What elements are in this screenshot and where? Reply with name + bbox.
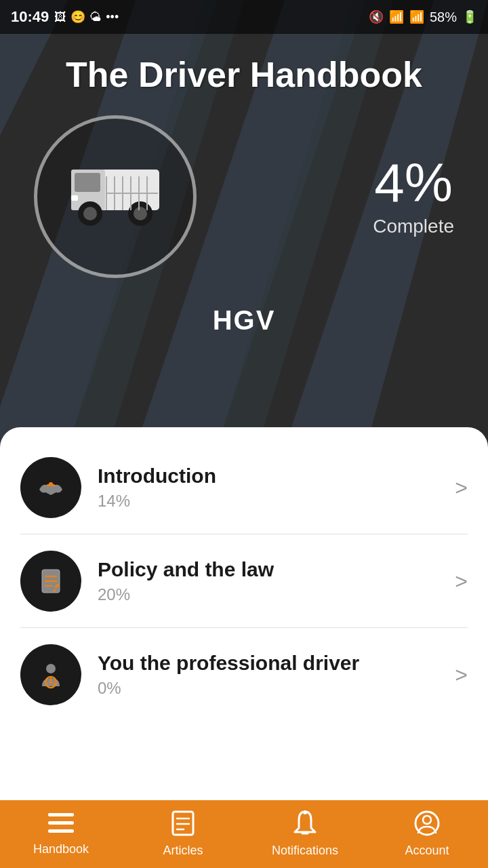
content-list: Introduction 14% > Policy and the law — [0, 427, 488, 800]
status-right: 🔇 📶 📶 58% 🔋 — [369, 9, 477, 25]
mute-icon: 🔇 — [369, 9, 384, 24]
svg-rect-40 — [48, 821, 74, 825]
progress-percent: 4% — [374, 156, 453, 210]
policy-title: Policy and the law — [98, 558, 455, 581]
bottom-navigation: Handbook Articles Notifications — [0, 800, 488, 868]
driver-icon — [33, 656, 69, 693]
svg-point-47 — [303, 810, 307, 814]
introduction-icon-bg — [20, 457, 81, 518]
weather-icon: 🌤 — [89, 10, 102, 24]
progress-section: 4% Complete — [373, 156, 454, 237]
svg-rect-41 — [48, 829, 74, 833]
notifications-nav-icon — [293, 810, 317, 840]
nav-account[interactable]: Account — [366, 810, 488, 858]
svg-rect-39 — [48, 813, 74, 816]
policy-icon-bg — [20, 551, 81, 612]
svg-point-13 — [134, 207, 147, 220]
professional-text: You the professional driver 0% — [98, 652, 455, 698]
status-time: 10:49 — [11, 8, 49, 26]
vehicle-icon-circle — [34, 115, 197, 278]
svg-rect-14 — [71, 195, 78, 201]
battery-icon: 🔋 — [462, 9, 477, 24]
more-icon: ••• — [106, 10, 119, 24]
progress-label: Complete — [373, 216, 454, 237]
wifi-icon: 📶 — [389, 9, 404, 24]
policy-progress: 20% — [98, 585, 455, 604]
introduction-progress: 14% — [98, 492, 455, 511]
status-left: 10:49 🖼 😊 🌤 ••• — [11, 8, 119, 26]
app-title: The Driver Handbook — [66, 54, 422, 95]
gallery-icon: 🖼 — [54, 10, 66, 24]
hero-mid: 4% Complete — [14, 115, 474, 278]
face-icon: 😊 — [70, 9, 85, 24]
notifications-nav-label: Notifications — [272, 844, 338, 858]
vehicle-type: HGV — [213, 305, 276, 336]
professional-title: You the professional driver — [98, 652, 455, 675]
account-nav-label: Account — [405, 844, 449, 858]
introduction-chevron: > — [455, 475, 468, 500]
svg-point-11 — [83, 207, 97, 220]
battery-text: 58% — [430, 9, 457, 25]
list-item-policy[interactable]: Policy and the law 20% > — [0, 534, 488, 628]
svg-point-35 — [49, 681, 52, 684]
introduction-title: Introduction — [98, 465, 455, 488]
hero-section: The Driver Handbook — [0, 34, 488, 448]
nav-articles[interactable]: Articles — [122, 810, 244, 858]
truck-icon — [64, 156, 166, 237]
svg-point-33 — [46, 664, 56, 673]
nav-handbook[interactable]: Handbook — [0, 812, 122, 856]
status-bar: 10:49 🖼 😊 🌤 ••• 🔇 📶 📶 58% 🔋 — [0, 0, 488, 34]
professional-progress: 0% — [98, 679, 455, 698]
policy-text: Policy and the law 20% — [98, 558, 455, 604]
articles-nav-icon — [171, 810, 195, 840]
articles-nav-label: Articles — [163, 844, 203, 858]
signal-icon: 📶 — [409, 9, 424, 24]
status-icons: 🖼 😊 🌤 ••• — [54, 9, 119, 24]
nav-notifications[interactable]: Notifications — [244, 810, 366, 858]
professional-icon-bg — [20, 644, 81, 705]
account-nav-icon — [414, 810, 440, 840]
professional-chevron: > — [455, 663, 468, 688]
policy-chevron: > — [455, 569, 468, 594]
list-item-professional[interactable]: You the professional driver 0% > — [0, 628, 488, 722]
list-item-introduction[interactable]: Introduction 14% > — [0, 441, 488, 534]
introduction-text: Introduction 14% — [98, 465, 455, 511]
handshake-icon — [33, 469, 69, 506]
handbook-nav-icon — [48, 812, 74, 838]
svg-point-23 — [49, 482, 53, 486]
document-icon — [33, 563, 69, 599]
handbook-nav-label: Handbook — [33, 842, 89, 856]
svg-rect-9 — [75, 173, 100, 192]
svg-point-49 — [423, 816, 431, 824]
